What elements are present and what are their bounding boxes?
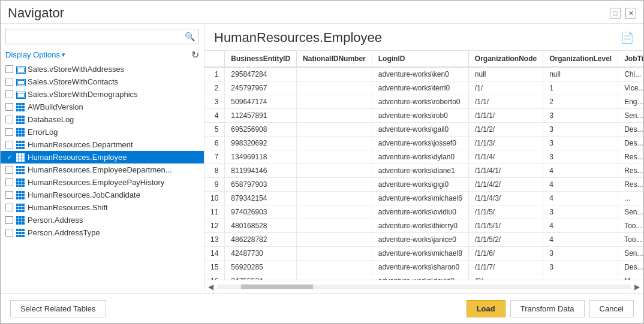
list-item[interactable]: HumanResources.EmployeeDepartmen... [1, 163, 204, 176]
list-item[interactable]: DatabaseLog [1, 113, 204, 126]
minimize-button[interactable]: □ [610, 8, 621, 19]
app-title: Navigator [8, 5, 64, 21]
item-label: HumanResources.JobCandidate [28, 190, 140, 199]
cell-nationalidnumber [297, 109, 372, 123]
row-num: 7 [204, 150, 225, 164]
cell-businessentityid: 42487730 [225, 247, 297, 261]
item-checkbox[interactable] [5, 103, 13, 111]
list-item[interactable]: Person.AddressType [1, 226, 204, 239]
list-item[interactable]: HumanResources.Shift [1, 201, 204, 214]
view-icon [16, 66, 25, 73]
cell-organizationlevel: 3 [543, 205, 618, 219]
list-item[interactable]: Sales.vStoreWithDemographics [1, 88, 204, 101]
list-item[interactable]: AWBuildVersion [1, 101, 204, 113]
h-scroll-track[interactable] [217, 284, 631, 289]
h-scroll-thumb [241, 284, 313, 289]
cell-businessentityid: 811994146 [225, 164, 297, 178]
search-input[interactable] [6, 30, 181, 44]
item-checkbox[interactable] [5, 128, 13, 136]
cell-nationalidnumber [297, 81, 372, 95]
item-checkbox[interactable] [5, 229, 13, 237]
list-item[interactable]: HumanResources.EmployeePayHistory [1, 176, 204, 189]
item-label: Person.AddressType [28, 228, 100, 237]
list-item[interactable]: Sales.vStoreWithAddresses [1, 63, 204, 75]
cell-jobtitle: Res... [618, 164, 643, 178]
cell-businessentityid: 695256908 [225, 123, 297, 137]
cell-nationalidnumber [297, 233, 372, 247]
item-checkbox[interactable] [5, 166, 13, 174]
cell-jobtitle: ... [618, 192, 643, 205]
item-label: HumanResources.Employee [28, 153, 127, 162]
item-checkbox[interactable] [5, 90, 13, 98]
export-icon-button[interactable]: 📄 [621, 31, 634, 44]
item-checkbox[interactable] [5, 78, 13, 86]
close-button[interactable]: ✕ [625, 8, 636, 19]
row-num: 1 [204, 67, 225, 81]
list-item[interactable]: Sales.vStoreWithContacts [1, 75, 204, 88]
cell-nationalidnumber [297, 274, 372, 280]
load-button[interactable]: Load [467, 300, 505, 317]
item-label: HumanResources.Department [28, 140, 133, 149]
select-related-button[interactable]: Select Related Tables [10, 300, 106, 317]
cell-organizationnode: null [468, 67, 543, 81]
search-button[interactable]: 🔍 [181, 29, 198, 44]
row-num: 4 [204, 109, 225, 123]
cell-businessentityid: 56920285 [225, 261, 297, 274]
cell-loginid: adventure-works\gigi0 [372, 178, 468, 192]
item-label: ErrorLog [28, 128, 58, 137]
cell-organizationlevel: 4 [543, 178, 618, 192]
table-row: 3509647174adventure-works\roberto0/1/1/2… [204, 95, 643, 109]
row-num: 9 [204, 178, 225, 192]
item-checkbox[interactable] [5, 216, 13, 224]
transform-data-button[interactable]: Transform Data [510, 300, 585, 317]
row-num: 8 [204, 164, 225, 178]
cell-organizationnode: /2/ [468, 274, 543, 280]
refresh-button[interactable]: ↻ [191, 49, 199, 60]
bottom-right-buttons: Load Transform Data Cancel [467, 300, 634, 317]
item-checkbox[interactable] [5, 141, 13, 149]
list-item[interactable]: HumanResources.Employee [1, 151, 204, 163]
preview-title: HumanResources.Employee [214, 30, 382, 46]
cancel-button[interactable]: Cancel [589, 300, 634, 317]
list-item[interactable]: HumanResources.JobCandidate [1, 189, 204, 201]
search-bar: 🔍 [5, 29, 199, 44]
cell-organizationlevel: 3 [543, 123, 618, 137]
item-checkbox[interactable] [5, 204, 13, 211]
list-item[interactable]: HumanResources.Department [1, 138, 204, 151]
cell-loginid: adventure-works\gail0 [372, 123, 468, 137]
row-num: 12 [204, 219, 225, 233]
table-row: 7134969118adventure-works\dylan0/1/1/4/3… [204, 150, 643, 164]
cell-jobtitle: Vice... [618, 81, 643, 95]
item-checkbox[interactable] [5, 65, 13, 73]
cell-businessentityid: 974026903 [225, 205, 297, 219]
item-checkbox[interactable] [5, 116, 13, 123]
cell-loginid: adventure-works\dylan0 [372, 150, 468, 164]
col-header-loginid: LoginID [372, 51, 468, 67]
row-num: 10 [204, 192, 225, 205]
cell-nationalidnumber [297, 95, 372, 109]
data-table-container[interactable]: BusinessEntityIDNationalIDNumberLoginIDO… [204, 50, 643, 280]
table-icon [16, 90, 25, 99]
col-header-organizationnode: OrganizationNode [468, 51, 543, 67]
list-item[interactable]: ErrorLog [1, 126, 204, 138]
right-panel: HumanResources.Employee 📄 BusinessEntity… [204, 24, 643, 293]
cell-organizationnode: /1/1/4/ [468, 150, 543, 164]
scroll-left-button[interactable]: ◀ [204, 281, 217, 292]
item-checkbox[interactable] [5, 178, 13, 186]
cell-jobtitle: Des... [618, 137, 643, 150]
cell-organizationlevel: 4 [543, 192, 618, 205]
display-options-label[interactable]: Display Options ▾ [5, 50, 65, 59]
item-checkbox[interactable] [5, 153, 13, 161]
cell-nationalidnumber [297, 67, 372, 81]
scroll-right-button[interactable]: ▶ [631, 281, 643, 292]
col-header-businessentityid: BusinessEntityID [225, 51, 297, 67]
cell-nationalidnumber [297, 192, 372, 205]
item-label: AWBuildVersion [28, 102, 83, 111]
cell-organizationnode: /1/1/4/1/ [468, 164, 543, 178]
item-checkbox[interactable] [5, 191, 13, 199]
chevron-down-icon: ▾ [62, 51, 65, 59]
titlebar: Navigator □ ✕ [1, 1, 643, 23]
list-item[interactable]: Person.Address [1, 214, 204, 226]
cell-organizationnode: /1/1/2/ [468, 123, 543, 137]
row-num: 15 [204, 261, 225, 274]
